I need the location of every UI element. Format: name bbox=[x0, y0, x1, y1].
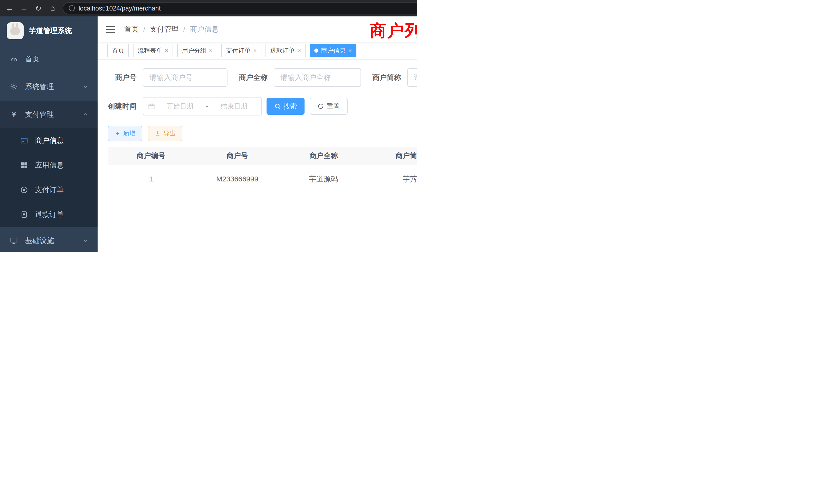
url-bar[interactable]: ⓘ localhost:1024/pay/merchant ☆ bbox=[63, 2, 417, 14]
close-icon[interactable]: × bbox=[297, 47, 301, 54]
merchant-table: 商户编号 商户号 商户全称 商户简称 开启状态 备注 创建时间 操作 1 M23… bbox=[108, 147, 417, 194]
screen: ← → ↻ ⌂ ⓘ localhost:1024/pay/merchant ☆ … bbox=[0, 0, 417, 252]
sidebar-item-system[interactable]: 系统管理 bbox=[0, 73, 97, 100]
url-text[interactable]: localhost:1024/pay/merchant bbox=[79, 5, 417, 12]
breadcrumb-home[interactable]: 首页 bbox=[124, 24, 139, 34]
tab-label: 首页 bbox=[112, 46, 124, 55]
browser-back-icon[interactable]: ← bbox=[5, 4, 14, 13]
sidebar-item-infrastructure[interactable]: 基础设施 bbox=[0, 227, 97, 252]
sidebar-item-label: 退款订单 bbox=[35, 210, 64, 220]
app-logo[interactable]: 芋道管理系统 bbox=[0, 17, 97, 45]
dashboard-icon bbox=[9, 55, 19, 63]
close-icon[interactable]: × bbox=[348, 47, 352, 54]
sidebar-item-label: 应用信息 bbox=[35, 160, 64, 170]
sidebar-item-label: 首页 bbox=[25, 54, 40, 64]
calendar-icon bbox=[148, 102, 155, 110]
sidebar-item-label: 支付订单 bbox=[35, 185, 64, 195]
breadcrumb-separator: / bbox=[183, 25, 185, 33]
tags-view: 首页 流程表单 × 用户分组 × 支付订单 × 退款订单 × 商户信息 × bbox=[97, 42, 417, 60]
filter-label: 商户号 bbox=[108, 73, 143, 83]
table-toolbar: 新增 导出 bbox=[108, 126, 417, 141]
tab-refund-orders[interactable]: 退款订单 × bbox=[265, 44, 306, 57]
filter-row-1: 商户号 商户全称 商户简称 开启状态 bbox=[108, 68, 417, 87]
merchant-card-icon bbox=[20, 137, 29, 145]
reset-button[interactable]: 重置 bbox=[310, 98, 348, 115]
tab-merchant-info[interactable]: 商户信息 × bbox=[310, 44, 356, 57]
table-header-row: 商户编号 商户号 商户全称 商户简称 开启状态 备注 创建时间 操作 bbox=[108, 147, 417, 164]
sidebar-item-payment[interactable]: ¥ 支付管理 bbox=[0, 100, 97, 128]
tab-label: 退款订单 bbox=[270, 46, 295, 55]
tab-process-form[interactable]: 流程表单 × bbox=[133, 44, 173, 57]
browser-reload-icon[interactable]: ↻ bbox=[34, 4, 43, 13]
tab-user-group[interactable]: 用户分组 × bbox=[177, 44, 217, 57]
add-button[interactable]: 新增 bbox=[108, 126, 142, 141]
hamburger-icon[interactable] bbox=[106, 26, 115, 33]
tab-label: 用户分组 bbox=[182, 46, 206, 55]
col-merchant-no: 商户号 bbox=[194, 147, 280, 164]
grid-icon bbox=[20, 161, 29, 169]
filter-row-2: 创建时间 开始日期 - 结束日期 搜索 重置 bbox=[108, 97, 417, 115]
chevron-down-icon bbox=[83, 238, 88, 244]
payment-submenu: 商户信息 应用信息 支付订单 退款订单 bbox=[0, 128, 97, 227]
sidebar-item-home[interactable]: 首页 bbox=[0, 45, 97, 73]
breadcrumb-payment[interactable]: 支付管理 bbox=[150, 24, 179, 34]
gear-icon bbox=[9, 83, 19, 91]
sidebar-item-label: 基础设施 bbox=[25, 236, 54, 246]
filter-label: 创建时间 bbox=[108, 101, 143, 111]
merchant-full-name-input[interactable] bbox=[274, 68, 361, 87]
pagination: 共 1 条 10条/页 1 前往 bbox=[108, 205, 417, 219]
sidebar-item-refund-orders[interactable]: 退款订单 bbox=[0, 202, 97, 227]
date-range-picker[interactable]: 开始日期 - 结束日期 bbox=[143, 97, 262, 115]
col-short-name: 商户简称 bbox=[367, 147, 417, 164]
cell-full-name: 芋道源码 bbox=[280, 164, 367, 194]
col-full-name: 商户全称 bbox=[280, 147, 367, 164]
close-icon[interactable]: × bbox=[165, 47, 169, 54]
merchant-short-name-input[interactable] bbox=[407, 68, 417, 87]
tab-label: 流程表单 bbox=[138, 46, 162, 55]
active-tab-dot bbox=[314, 48, 319, 53]
document-icon bbox=[20, 211, 29, 219]
yen-icon: ¥ bbox=[9, 110, 19, 119]
top-navbar: 首页 / 支付管理 / 商户信息 ? TT bbox=[97, 17, 417, 42]
tab-label: 支付订单 bbox=[226, 46, 250, 55]
browser-forward-icon[interactable]: → bbox=[20, 4, 28, 13]
tab-home[interactable]: 首页 bbox=[107, 44, 129, 57]
target-icon bbox=[20, 186, 29, 194]
sidebar: 芋道管理系统 首页 系统管理 ¥ 支付管理 bbox=[0, 17, 97, 252]
breadcrumb: 首页 / 支付管理 / 商户信息 bbox=[124, 24, 219, 34]
filter-label: 商户简称 bbox=[372, 73, 407, 83]
start-date-placeholder[interactable]: 开始日期 bbox=[157, 102, 203, 111]
tab-payment-orders[interactable]: 支付订单 × bbox=[221, 44, 261, 57]
sidebar-item-label: 支付管理 bbox=[25, 110, 54, 119]
chevron-up-icon bbox=[83, 112, 88, 117]
site-info-icon[interactable]: ⓘ bbox=[69, 4, 75, 12]
search-button[interactable]: 搜索 bbox=[266, 98, 305, 115]
chevron-down-icon bbox=[83, 84, 88, 90]
merchant-no-input[interactable] bbox=[143, 68, 227, 87]
cell-merchant-no: M233666999 bbox=[194, 164, 280, 194]
close-icon[interactable]: × bbox=[253, 47, 257, 54]
end-date-placeholder[interactable]: 结束日期 bbox=[211, 102, 257, 111]
page-content: 商户号 商户全称 商户简称 开启状态 bbox=[97, 60, 417, 228]
sidebar-item-label: 系统管理 bbox=[25, 82, 54, 92]
browser-toolbar: ← → ↻ ⌂ ⓘ localhost:1024/pay/merchant ☆ … bbox=[0, 0, 417, 17]
sidebar-item-payment-orders[interactable]: 支付订单 bbox=[0, 178, 97, 202]
close-icon[interactable]: × bbox=[209, 47, 213, 54]
breadcrumb-separator: / bbox=[143, 25, 145, 33]
browser-home-icon[interactable]: ⌂ bbox=[48, 4, 57, 13]
export-button[interactable]: 导出 bbox=[148, 126, 182, 141]
table-row: 1 M233666999 芋道源码 芋艿 我是备注 2021-10-23 08:… bbox=[108, 164, 417, 194]
cell-short-name: 芋艿 bbox=[367, 164, 417, 194]
filter-create-time: 创建时间 开始日期 - 结束日期 bbox=[108, 97, 262, 115]
filter-merchant-no: 商户号 bbox=[108, 68, 227, 87]
sidebar-item-app-info[interactable]: 应用信息 bbox=[0, 153, 97, 178]
col-merchant-id: 商户编号 bbox=[108, 147, 194, 164]
filter-label: 商户全称 bbox=[239, 73, 274, 83]
sidebar-item-merchant-info[interactable]: 商户信息 bbox=[0, 128, 97, 153]
app-title: 芋道管理系统 bbox=[29, 26, 72, 36]
main-area: 商户列表 首页 / 支付管理 / 商户信息 ? bbox=[97, 17, 417, 252]
filter-merchant-short-name: 商户简称 bbox=[372, 68, 417, 87]
monitor-icon bbox=[9, 236, 19, 245]
date-separator: - bbox=[205, 102, 209, 110]
sidebar-item-label: 商户信息 bbox=[35, 136, 64, 145]
